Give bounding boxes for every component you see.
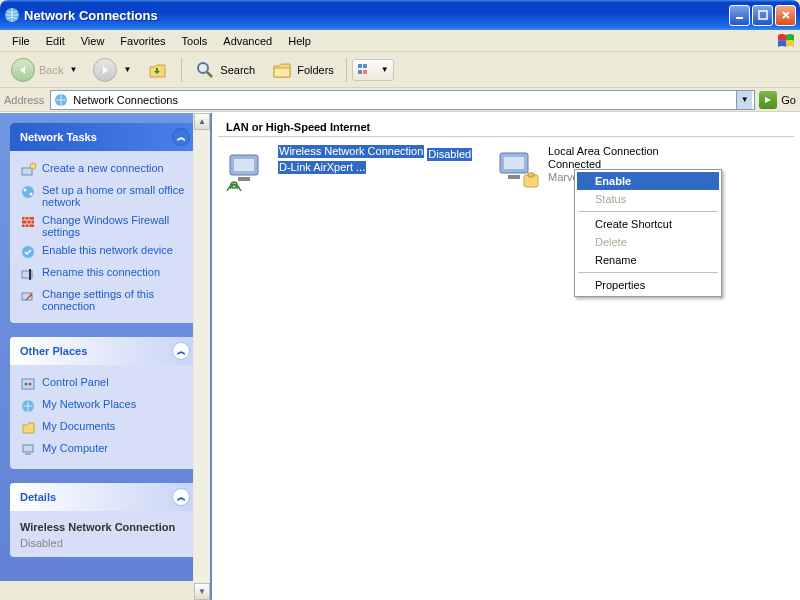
place-network-places[interactable]: My Network Places bbox=[20, 395, 190, 417]
svg-rect-14 bbox=[22, 217, 34, 227]
menu-edit[interactable]: Edit bbox=[38, 33, 73, 49]
network-setup-icon bbox=[20, 184, 36, 200]
connection-name: Local Area Connection bbox=[548, 145, 744, 158]
network-tasks-header[interactable]: Network Tasks ︽ bbox=[10, 123, 200, 151]
details-header[interactable]: Details ︽ bbox=[10, 483, 200, 511]
connection-text: Wireless Network Connection Disabled D-L… bbox=[278, 145, 474, 193]
menu-help[interactable]: Help bbox=[280, 33, 319, 49]
context-menu: Enable Status Create Shortcut Delete Ren… bbox=[574, 169, 722, 297]
task-firewall[interactable]: Change Windows Firewall settings bbox=[20, 211, 190, 241]
dropdown-arrow-icon: ▼ bbox=[381, 65, 389, 74]
ctx-enable[interactable]: Enable bbox=[577, 172, 719, 190]
back-arrow-icon bbox=[11, 58, 35, 82]
connection-wireless[interactable]: Wireless Network Connection Disabled D-L… bbox=[224, 145, 474, 193]
scroll-down-icon[interactable]: ▼ bbox=[194, 583, 210, 600]
up-button[interactable] bbox=[140, 56, 176, 84]
svg-rect-4 bbox=[358, 64, 362, 68]
address-dropdown-icon[interactable]: ▼ bbox=[736, 91, 752, 109]
ctx-properties[interactable]: Properties bbox=[577, 276, 719, 294]
menu-favorites[interactable]: Favorites bbox=[112, 33, 173, 49]
windows-flag-icon bbox=[776, 32, 796, 50]
task-rename[interactable]: Rename this connection bbox=[20, 263, 190, 285]
close-button[interactable] bbox=[775, 5, 796, 26]
ctx-status: Status bbox=[577, 190, 719, 208]
task-enable-device[interactable]: Enable this network device bbox=[20, 241, 190, 263]
address-label: Address bbox=[4, 94, 46, 106]
place-control-panel[interactable]: Control Panel bbox=[20, 373, 190, 395]
folders-icon bbox=[271, 59, 293, 81]
menu-advanced[interactable]: Advanced bbox=[215, 33, 280, 49]
sidepanel-scrollbar[interactable]: ▲ ▼ bbox=[193, 113, 210, 600]
folders-button[interactable]: Folders bbox=[264, 56, 341, 84]
connection-name: Wireless Network Connection bbox=[278, 145, 424, 158]
sidepanel-wrap: Network Tasks ︽ Create a new connection … bbox=[0, 113, 210, 600]
svg-rect-32 bbox=[508, 175, 520, 179]
ctx-separator bbox=[578, 211, 718, 212]
place-my-documents[interactable]: My Documents bbox=[20, 417, 190, 439]
dropdown-arrow-icon: ▼ bbox=[69, 65, 77, 74]
svg-rect-27 bbox=[234, 159, 254, 171]
chevron-up-icon: ︽ bbox=[172, 342, 190, 360]
svg-rect-28 bbox=[238, 177, 250, 181]
rename-icon bbox=[20, 266, 36, 282]
svg-rect-9 bbox=[22, 168, 32, 175]
task-change-settings[interactable]: Change settings of this connection bbox=[20, 285, 190, 315]
main-area: Network Tasks ︽ Create a new connection … bbox=[0, 112, 800, 600]
back-button[interactable]: Back ▼ bbox=[4, 55, 84, 85]
menu-tools[interactable]: Tools bbox=[174, 33, 216, 49]
network-connections-icon bbox=[53, 92, 69, 108]
lan-connection-icon bbox=[494, 145, 542, 193]
place-my-computer[interactable]: My Computer bbox=[20, 439, 190, 461]
details-body: Wireless Network Connection Disabled bbox=[10, 511, 200, 557]
computer-icon bbox=[20, 442, 36, 458]
firewall-icon bbox=[20, 214, 36, 230]
panel-title: Other Places bbox=[20, 345, 87, 357]
svg-rect-17 bbox=[29, 269, 31, 280]
ctx-rename[interactable]: Rename bbox=[577, 251, 719, 269]
views-button[interactable]: ▼ bbox=[352, 59, 394, 81]
search-button[interactable]: Search bbox=[187, 56, 262, 84]
maximize-button[interactable] bbox=[752, 5, 773, 26]
documents-icon bbox=[20, 420, 36, 436]
wireless-connection-icon bbox=[224, 145, 272, 193]
network-tasks-panel: Network Tasks ︽ Create a new connection … bbox=[10, 123, 200, 323]
section-header: LAN or High-Speed Internet bbox=[218, 117, 794, 137]
svg-rect-24 bbox=[23, 445, 33, 452]
svg-rect-2 bbox=[759, 11, 767, 19]
svg-rect-25 bbox=[25, 453, 31, 455]
content-area: LAN or High-Speed Internet Wireless Netw… bbox=[210, 113, 800, 600]
network-tasks-body: Create a new connection Set up a home or… bbox=[10, 151, 200, 323]
minimize-button[interactable] bbox=[729, 5, 750, 26]
menu-view[interactable]: View bbox=[73, 33, 113, 49]
menu-file[interactable]: File bbox=[4, 33, 38, 49]
address-field[interactable]: Network Connections ▼ bbox=[50, 90, 755, 110]
svg-point-19 bbox=[30, 294, 32, 296]
search-label: Search bbox=[220, 64, 255, 76]
forward-button[interactable]: ▼ bbox=[86, 55, 138, 85]
svg-point-12 bbox=[24, 189, 27, 192]
svg-rect-7 bbox=[363, 70, 367, 74]
enable-device-icon bbox=[20, 244, 36, 260]
svg-rect-31 bbox=[504, 157, 524, 169]
chevron-up-icon: ︽ bbox=[172, 488, 190, 506]
ctx-create-shortcut[interactable]: Create Shortcut bbox=[577, 215, 719, 233]
go-button[interactable] bbox=[759, 91, 777, 109]
go-label: Go bbox=[781, 94, 796, 106]
other-places-body: Control Panel My Network Places My Docum… bbox=[10, 365, 200, 469]
task-create-connection[interactable]: Create a new connection bbox=[20, 159, 190, 181]
network-connections-icon bbox=[4, 7, 20, 23]
task-setup-network[interactable]: Set up a home or small office network bbox=[20, 181, 190, 211]
dropdown-arrow-icon: ▼ bbox=[123, 65, 131, 74]
details-status: Disabled bbox=[20, 535, 190, 549]
toolbar-separator bbox=[181, 58, 182, 82]
folders-label: Folders bbox=[297, 64, 334, 76]
forward-arrow-icon bbox=[93, 58, 117, 82]
ctx-separator bbox=[578, 272, 718, 273]
other-places-header[interactable]: Other Places ︽ bbox=[10, 337, 200, 365]
scroll-up-icon[interactable]: ▲ bbox=[194, 113, 210, 130]
svg-point-11 bbox=[22, 186, 34, 198]
details-panel: Details ︽ Wireless Network Connection Di… bbox=[10, 483, 200, 557]
svg-rect-1 bbox=[736, 17, 743, 19]
panel-title: Network Tasks bbox=[20, 131, 97, 143]
ctx-delete: Delete bbox=[577, 233, 719, 251]
